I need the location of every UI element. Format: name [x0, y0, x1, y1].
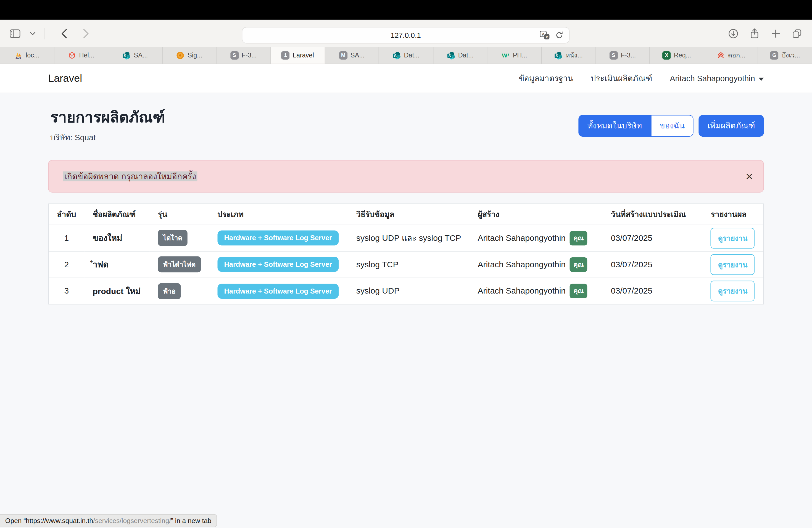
tab-label: SA... — [134, 52, 148, 59]
user-menu[interactable]: Aritach Sahapongyothin — [670, 74, 764, 83]
tab-favicon-icon: 1 — [281, 52, 290, 60]
chevron-down-icon — [30, 31, 36, 35]
tab-favicon-icon — [176, 52, 185, 60]
browser-tab[interactable]: Sig... — [162, 47, 217, 64]
tab-favicon-icon: M — [339, 52, 347, 60]
view-report-button[interactable]: ดูรายงาน — [711, 281, 755, 301]
table-row: 3 product ใหม่ ฟำอ Hardware + Software L… — [48, 278, 764, 304]
creator-name: Aritach Sahapongyothin — [478, 233, 566, 243]
address-bar[interactable]: 127.0.0.1 Ax — [242, 27, 570, 44]
status-path: /services/logservertesting/ — [93, 517, 171, 524]
brand-logo[interactable]: Laravel — [48, 73, 82, 85]
tab-label: Dat... — [404, 52, 420, 59]
row-index: 1 — [48, 225, 84, 251]
tab-label: บึงเว... — [782, 50, 800, 61]
tab-bar: PMA loc... Hel... S SA... Sig... S F-3..… — [0, 47, 812, 64]
tab-favicon-icon: S — [392, 52, 401, 60]
sidebar-chevron-button[interactable] — [25, 26, 40, 41]
you-badge: คุณ — [570, 284, 588, 298]
toolbar-divider — [44, 28, 45, 39]
browser-tab[interactable]: S Dat... — [433, 47, 488, 64]
status-suffix: ” in a new tab — [171, 517, 211, 524]
tab-favicon-icon — [68, 52, 76, 60]
product-name: ของใหม่ — [84, 225, 149, 251]
close-icon[interactable]: × — [746, 171, 753, 183]
tab-favicon-icon: S — [554, 52, 562, 60]
browser-tab[interactable]: S หนัง... — [541, 47, 596, 64]
download-icon — [728, 28, 739, 39]
you-badge: คุณ — [570, 258, 588, 272]
add-product-button[interactable]: เพิ่มผลิตภัณฑ์ — [699, 115, 764, 136]
browser-tab[interactable]: S Dat... — [379, 47, 433, 64]
svg-text:S: S — [556, 54, 558, 58]
browser-tab[interactable]: S F-3... — [596, 47, 650, 64]
browser-tab[interactable]: ดอก... — [704, 47, 758, 64]
page-content: รายการผลิตภัณฑ์ บริษัท: Squat ทั้งหมดในบ… — [0, 93, 812, 305]
tab-favicon-icon: G — [770, 52, 779, 60]
browser-tab[interactable]: S F-3... — [217, 47, 271, 64]
browser-tab[interactable]: W³ PH... — [488, 47, 541, 64]
browser-tab[interactable]: G บึงเว... — [758, 47, 812, 64]
tab-label: PH... — [513, 52, 527, 59]
browser-tab[interactable]: X Req... — [650, 47, 704, 64]
forward-button[interactable] — [78, 26, 93, 41]
sidebar-toggle-button[interactable] — [7, 26, 23, 41]
creator-name: Aritach Sahapongyothin — [478, 260, 566, 269]
error-alert-message: เกิดข้อผิดพลาด กรุณาลองใหม่อีกครั้ง — [63, 172, 197, 181]
column-header: วิธีรับข้อมูล — [348, 204, 469, 225]
data-method: syslog UDP และ syslog TCP — [348, 225, 469, 251]
tab-label: Sig... — [188, 52, 202, 59]
tab-label: F-3... — [242, 52, 257, 59]
tab-favicon-icon — [716, 52, 725, 60]
column-header: ผู้สร้าง — [469, 204, 603, 225]
all-company-button[interactable]: ทั้งหมดในบริษัท — [579, 115, 651, 136]
new-tab-button[interactable] — [768, 26, 784, 41]
browser-tab[interactable]: PMA loc... — [0, 47, 54, 64]
created-date: 03/07/2025 — [603, 251, 702, 278]
share-button[interactable] — [747, 26, 762, 41]
translate-icon: Ax — [540, 31, 550, 40]
plus-icon — [771, 29, 781, 38]
browser-toolbar: 127.0.0.1 Ax — [0, 19, 812, 47]
browser-tab[interactable]: M SA... — [325, 47, 379, 64]
type-badge: Hardware + Software Log Server — [217, 257, 338, 272]
data-method: syslog TCP — [348, 251, 469, 278]
tab-favicon-icon: S — [447, 52, 455, 60]
page-title: รายการผลิตภัณฑ์ — [50, 109, 165, 126]
created-date: 03/07/2025 — [603, 225, 702, 251]
browser-tab[interactable]: Hel... — [54, 47, 108, 64]
tab-favicon-icon: S — [230, 52, 238, 60]
table-row: 1 ของใหม่ ไดไำด Hardware + Software Log … — [48, 225, 764, 251]
tab-label: Req... — [674, 52, 691, 59]
tab-overview-button[interactable] — [789, 26, 805, 41]
product-name: ำฟด — [84, 251, 149, 278]
site-nav: ข้อมูลมาตรฐาน ประเมินผลิตภัณฑ์ Aritach S… — [519, 72, 764, 85]
url-text: 127.0.0.1 — [391, 31, 421, 40]
nav-link-evaluate-product[interactable]: ประเมินผลิตภัณฑ์ — [591, 72, 652, 85]
back-button[interactable] — [56, 26, 72, 41]
model-badge: ไดไำด — [158, 230, 188, 246]
tab-label: Hel... — [79, 52, 94, 59]
nav-link-standard-data[interactable]: ข้อมูลมาตรฐาน — [519, 72, 573, 85]
tab-favicon-icon: PMA — [14, 52, 23, 60]
tab-favicon-icon: S — [609, 52, 618, 60]
user-name: Aritach Sahapongyothin — [670, 74, 755, 83]
my-products-button[interactable]: ของฉัน — [651, 115, 694, 136]
column-header: วันที่สร้างแบบประเมิณ — [603, 204, 702, 225]
translate-button[interactable]: Ax — [539, 30, 550, 41]
browser-tab[interactable]: 1 Laravel — [271, 47, 325, 64]
svg-text:S: S — [448, 54, 451, 58]
view-report-button[interactable]: ดูรายงาน — [711, 254, 755, 275]
browser-tab[interactable]: S SA... — [108, 47, 162, 64]
data-method: syslog UDP — [348, 278, 469, 304]
downloads-button[interactable] — [726, 26, 741, 41]
svg-text:S: S — [124, 54, 127, 58]
products-table: ลำดับชื่อผลิตภัณฑ์รุ่นประเภทวิธีรับข้อมู… — [48, 204, 764, 304]
column-header: ชื่อผลิตภัณฑ์ — [84, 204, 149, 225]
you-badge: คุณ — [570, 231, 588, 246]
tab-favicon-icon: W³ — [501, 52, 510, 60]
tab-label: Laravel — [293, 52, 314, 59]
reload-button[interactable] — [553, 30, 565, 41]
caret-down-icon — [759, 77, 764, 80]
view-report-button[interactable]: ดูรายงาน — [711, 228, 755, 249]
